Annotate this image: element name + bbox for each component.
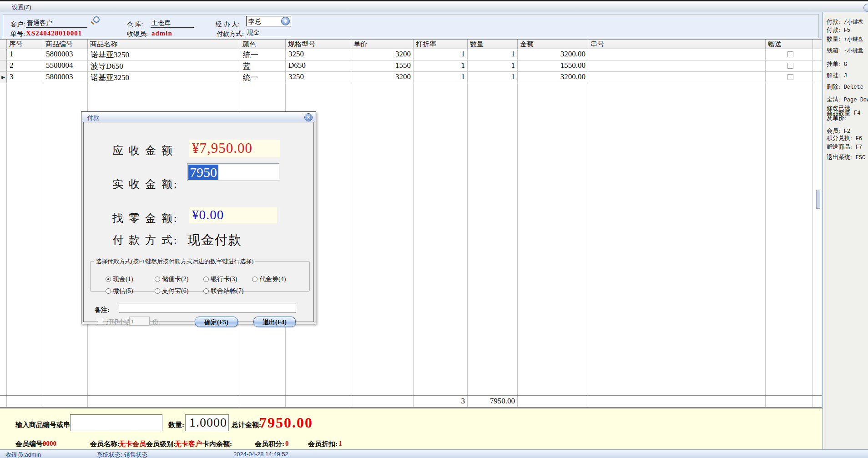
hotkey-key: -小键盘	[844, 48, 863, 54]
change-box: ¥0.00	[189, 207, 277, 223]
paymode-label: 付款方式:	[217, 30, 244, 38]
received-value-selected: 7950	[188, 165, 218, 180]
column-header-0[interactable]: 序号	[7, 40, 43, 49]
column-header-spacer	[0, 40, 7, 49]
warehouse-input[interactable]: 主仓库	[151, 19, 194, 28]
payment-radio-6[interactable]: 联合结帐(7)	[203, 287, 243, 295]
payment-radio-3[interactable]: 代金券(4)	[252, 275, 286, 283]
radio-icon[interactable]	[203, 288, 209, 294]
cell-qty: 1	[468, 49, 518, 60]
cell-gift[interactable]	[766, 49, 813, 60]
entry-panel: 输入商品编号或串号: 数量: 1.0000 总计金额: 7950.00 会员编号…	[0, 408, 823, 449]
order-no-label: 单号:	[10, 30, 25, 38]
radio-icon[interactable]	[203, 277, 209, 282]
note-input[interactable]	[119, 303, 296, 313]
received-input[interactable]: 7950	[187, 163, 279, 181]
agent-combobox[interactable]: 李总	[246, 16, 291, 26]
receivable-value: ¥7,950.00	[189, 140, 280, 156]
cell-price: 3200	[351, 49, 414, 60]
hotkey-label: 删除:	[827, 83, 840, 90]
empty-column	[7, 83, 43, 395]
status-bar: 收银员:admin 系统状态: 销售状态 2024-04-28 14:49:52	[0, 449, 868, 458]
menu-bar: 设置(Z)	[0, 1, 868, 12]
payment-radio-0[interactable]: 现金(1)	[106, 275, 133, 283]
radio-selected-icon[interactable]	[106, 277, 111, 282]
dialog-title-bar[interactable]: 付款 ×	[82, 112, 315, 122]
member-points-label: 会员积分:	[255, 440, 284, 448]
row-indicator: ▶	[0, 72, 7, 83]
method-value: 现金付款	[187, 232, 242, 249]
column-header-1[interactable]: 商品编号	[43, 40, 88, 49]
radio-icon[interactable]	[106, 288, 111, 294]
copies-input[interactable]: 1	[129, 317, 150, 326]
ok-button[interactable]: 确定(F5)	[195, 317, 238, 327]
window-corner-button[interactable]	[863, 4, 868, 12]
cell-name: 诺基亚3250	[88, 72, 240, 83]
payment-radio-1[interactable]: 储值卡(2)	[155, 275, 188, 283]
close-icon[interactable]: ×	[304, 113, 313, 121]
hotkey-key: /小键盘	[844, 19, 863, 25]
paymode-input[interactable]: 现金	[246, 29, 291, 37]
row-indicator	[0, 60, 7, 72]
exit-button[interactable]: 退出(F4)	[253, 317, 296, 327]
cell-serial	[588, 72, 766, 83]
hotkey-item-8: 修改已选商品数量及单价:F4	[827, 106, 860, 121]
cell-model: 3250	[286, 72, 351, 83]
hotkey-key: ESC	[856, 155, 866, 161]
hotkey-label: 赠送商品:	[827, 143, 852, 150]
empty-column	[468, 83, 518, 395]
cell-model: 3250	[286, 49, 351, 60]
hotkey-label: 积分兑换:	[827, 135, 852, 141]
payment-radio-2[interactable]: 银行卡(3)	[203, 275, 237, 283]
cell-color: 统一	[240, 49, 286, 60]
member-points-value: 0	[285, 440, 289, 448]
column-header-9[interactable]: 串号	[588, 40, 766, 49]
print-receipt-checkbox[interactable]	[98, 319, 103, 324]
table-row[interactable]: 15800003诺基亚3250统一32503200113200.00	[0, 49, 822, 60]
dialog-title: 付款	[87, 114, 99, 122]
customer-input[interactable]: 普通客户	[26, 19, 87, 28]
customer-label: 客户:	[10, 20, 25, 29]
table-row[interactable]: ▶35800003诺基亚3250统一32503200113200.00	[0, 72, 822, 83]
cell-name: 诺基亚3250	[88, 49, 240, 60]
received-label: 实 收 金 额:	[112, 177, 178, 191]
column-header-2[interactable]: 商品名称	[88, 40, 240, 49]
radio-label: 代金券(4)	[259, 275, 286, 283]
column-header-3[interactable]: 颜色	[240, 40, 286, 49]
code-input[interactable]	[70, 414, 162, 431]
quantity-input[interactable]: 1.0000	[185, 414, 229, 431]
cell-filler	[813, 72, 822, 83]
column-header-7[interactable]: 数量	[468, 40, 518, 49]
radio-label: 联合结帐(7)	[211, 287, 243, 295]
column-header-4[interactable]: 规格型号	[286, 40, 351, 49]
gift-checkbox[interactable]	[787, 51, 793, 57]
column-header-8[interactable]: 金额	[518, 40, 588, 49]
column-header-10[interactable]: 赠送	[766, 40, 813, 49]
column-header-5[interactable]: 单价	[351, 40, 414, 49]
radio-label: 支付宝(6)	[162, 287, 188, 295]
spinner-icon[interactable]	[281, 17, 290, 25]
agent-label: 经 办 人:	[216, 20, 240, 29]
cell-gift[interactable]	[766, 60, 813, 72]
member-level-label: 会员级别:	[146, 440, 176, 448]
cashier-value: admin	[151, 30, 172, 37]
menu-settings[interactable]: 设置(Z)	[12, 3, 31, 11]
grid-vertical-scrollbar[interactable]	[816, 190, 820, 209]
payment-radio-5[interactable]: 支付宝(6)	[155, 287, 188, 295]
hotkey-item-7: 全清:Page Down	[827, 96, 868, 104]
radio-icon[interactable]	[155, 277, 160, 282]
column-header-6[interactable]: 打折率	[414, 40, 468, 49]
cell-gift[interactable]	[766, 72, 813, 83]
search-icon[interactable]	[90, 16, 101, 28]
radio-icon[interactable]	[155, 288, 160, 294]
radio-icon[interactable]	[252, 277, 257, 282]
table-row[interactable]: 25500004波导D650蓝D6501550111550.00	[0, 60, 822, 72]
gift-checkbox[interactable]	[787, 74, 793, 80]
hotkey-key: F5	[844, 27, 850, 34]
hotkey-item-5: 解挂:J	[827, 71, 847, 80]
gift-checkbox[interactable]	[787, 63, 793, 69]
payment-radio-4[interactable]: 微信(5)	[106, 287, 133, 295]
receivable-label: 应 收 金 额	[112, 143, 174, 158]
cell-qty: 1	[468, 72, 518, 83]
hotkey-key: J	[844, 73, 847, 79]
